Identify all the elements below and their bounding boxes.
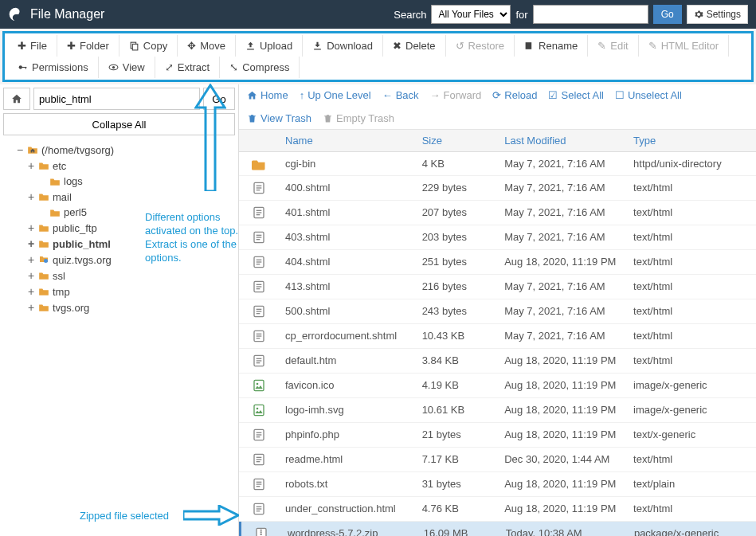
path-input[interactable] xyxy=(33,88,200,110)
search-scope-select[interactable]: All Your Files xyxy=(431,5,511,24)
trash-icon xyxy=(247,113,257,123)
file-name: cgi-bin xyxy=(279,158,416,170)
expand-toggle[interactable]: + xyxy=(27,253,35,266)
table-row[interactable]: 401.shtml207 bytesMay 7, 2021, 7:16 AMte… xyxy=(239,201,756,225)
col-size[interactable]: Size xyxy=(416,135,499,147)
edit-button[interactable]: ✎Edit xyxy=(588,35,638,57)
home-icon xyxy=(11,93,22,104)
compress-button[interactable]: ⤡Compress xyxy=(220,57,300,78)
search-go-button[interactable]: Go xyxy=(653,5,682,24)
tree-item[interactable]: −(/home/tvgsorg) xyxy=(5,142,235,158)
col-modified[interactable]: Last Modified xyxy=(498,135,627,147)
table-row[interactable]: 400.shtml229 bytesMay 7, 2021, 7:16 AMte… xyxy=(239,176,756,201)
file-button[interactable]: ✚File xyxy=(8,35,57,57)
expand-toggle[interactable]: + xyxy=(27,221,35,234)
file-name: 500.shtml xyxy=(279,305,416,317)
home-path-button[interactable] xyxy=(3,88,30,110)
tree-item[interactable]: +quiz.tvgs.org xyxy=(5,252,235,268)
view-trash-button[interactable]: View Trash xyxy=(247,112,311,124)
table-row[interactable]: under_construction.html4.76 KBAug 18, 20… xyxy=(239,497,756,522)
file-size: 21 bytes xyxy=(416,428,499,440)
reload-button[interactable]: ⟳Reload xyxy=(492,89,537,101)
upload-button[interactable]: Upload xyxy=(236,35,303,57)
file-name: default.htm xyxy=(279,354,416,366)
svg-rect-2 xyxy=(526,42,532,49)
svg-rect-63 xyxy=(260,531,262,533)
file-size: 229 bytes xyxy=(416,182,499,194)
expand-toggle[interactable]: + xyxy=(27,269,35,282)
restore-button[interactable]: ↺Restore xyxy=(446,35,515,57)
folder-button[interactable]: ✚Folder xyxy=(57,35,119,57)
table-row[interactable]: 500.shtml243 bytesMay 7, 2021, 7:16 AMte… xyxy=(239,299,756,324)
file-size: 7.17 KB xyxy=(416,453,499,465)
tree-item[interactable]: +public_ftp xyxy=(5,220,235,236)
table-row[interactable]: phpinfo.php21 bytesAug 18, 2020, 11:19 P… xyxy=(239,423,756,448)
file-type: package/x-generic xyxy=(628,527,756,536)
file-name: under_construction.html xyxy=(279,503,416,514)
tree-item[interactable]: logs xyxy=(5,174,235,189)
file-type: text/html xyxy=(627,330,756,342)
table-row[interactable]: 404.shtml251 bytesAug 18, 2020, 11:19 PM… xyxy=(239,250,756,275)
file-size: 10.43 KB xyxy=(416,330,499,342)
expand-toggle[interactable]: − xyxy=(16,143,24,156)
folder-tree: −(/home/tvgsorg)+etclogs+mailperl5+publi… xyxy=(3,142,235,315)
trash-icon xyxy=(323,113,333,123)
path-go-button[interactable]: Go xyxy=(203,88,235,110)
table-row[interactable]: default.htm3.84 KBAug 18, 2020, 11:19 PM… xyxy=(239,349,756,374)
select-all-button[interactable]: ☑Select All xyxy=(548,89,603,101)
table-row[interactable]: favicon.ico4.19 KBAug 18, 2020, 11:19 PM… xyxy=(239,374,756,398)
home-icon xyxy=(247,90,257,100)
file-name: phpinfo.php xyxy=(279,428,416,440)
file-size: 207 bytes xyxy=(416,206,499,218)
copy-button[interactable]: Copy xyxy=(119,35,178,57)
table-row[interactable]: 403.shtml203 bytesMay 7, 2021, 7:16 AMte… xyxy=(239,225,756,250)
extract-button[interactable]: ⤢Extract xyxy=(155,57,220,78)
tree-item[interactable]: +ssl xyxy=(5,268,235,284)
delete-button[interactable]: ✖Delete xyxy=(383,35,446,57)
main-toolbar: ✚File ✚Folder Copy ✥Move Upload Download… xyxy=(8,35,748,78)
file-size: 31 bytes xyxy=(416,478,499,490)
folder-icon xyxy=(38,223,49,233)
up-one-level-button[interactable]: ↑Up One Level xyxy=(300,89,371,101)
tree-item[interactable]: +tvgs.org xyxy=(5,299,235,315)
col-type[interactable]: Type xyxy=(627,135,756,147)
table-row[interactable]: cgi-bin4 KBMay 7, 2021, 7:16 AMhttpd/uni… xyxy=(239,152,756,176)
nav-home-button[interactable]: Home xyxy=(247,89,288,101)
move-button[interactable]: ✥Move xyxy=(178,35,236,57)
file-size: 10.61 KB xyxy=(416,404,499,416)
rename-button[interactable]: Rename xyxy=(515,35,588,57)
eye-icon xyxy=(108,62,119,72)
download-button[interactable]: Download xyxy=(303,35,383,57)
search-input[interactable] xyxy=(533,5,648,24)
table-row[interactable]: readme.html7.17 KBDec 30, 2020, 1:44 AMt… xyxy=(239,448,756,472)
folder-icon xyxy=(252,158,266,170)
tree-item[interactable]: +mail xyxy=(5,189,235,205)
empty-trash-button[interactable]: Empty Trash xyxy=(323,112,394,124)
unselect-all-button[interactable]: ☐Unselect All xyxy=(615,89,682,101)
expand-toggle[interactable]: + xyxy=(27,159,35,172)
expand-toggle[interactable]: + xyxy=(27,285,35,298)
expand-toggle[interactable]: + xyxy=(27,301,35,314)
html-editor-button[interactable]: ✎HTML Editor xyxy=(639,35,729,57)
forward-button[interactable]: →Forward xyxy=(430,89,482,101)
collapse-all-button[interactable]: Collapse All xyxy=(3,113,235,135)
table-row[interactable]: 413.shtml216 bytesMay 7, 2021, 7:16 AMte… xyxy=(239,275,756,299)
expand-toggle[interactable]: + xyxy=(27,190,35,203)
tree-item[interactable]: perl5 xyxy=(5,205,235,220)
table-row[interactable]: robots.txt31 bytesAug 18, 2020, 11:19 PM… xyxy=(239,472,756,497)
view-button[interactable]: View xyxy=(99,57,155,78)
table-row[interactable]: logo-imh.svg10.61 KBAug 18, 2020, 11:19 … xyxy=(239,398,756,423)
tree-item[interactable]: +tmp xyxy=(5,284,235,299)
table-row[interactable]: cp_errordocument.shtml10.43 KBMay 7, 202… xyxy=(239,324,756,349)
tree-item[interactable]: +public_html xyxy=(5,236,235,252)
col-name[interactable]: Name xyxy=(279,135,416,147)
tree-item[interactable]: +etc xyxy=(5,158,235,174)
file-type: text/html xyxy=(627,182,756,194)
table-row[interactable]: wordpress-5.7.2.zip16.09 MBToday, 10:38 … xyxy=(239,522,756,536)
tree-label: etc xyxy=(53,160,66,172)
file-modified: May 7, 2021, 7:16 AM xyxy=(498,305,627,317)
permissions-button[interactable]: Permissions xyxy=(8,57,99,78)
back-button[interactable]: ←Back xyxy=(382,89,419,101)
expand-toggle[interactable]: + xyxy=(27,237,35,250)
settings-button[interactable]: Settings xyxy=(687,5,748,24)
